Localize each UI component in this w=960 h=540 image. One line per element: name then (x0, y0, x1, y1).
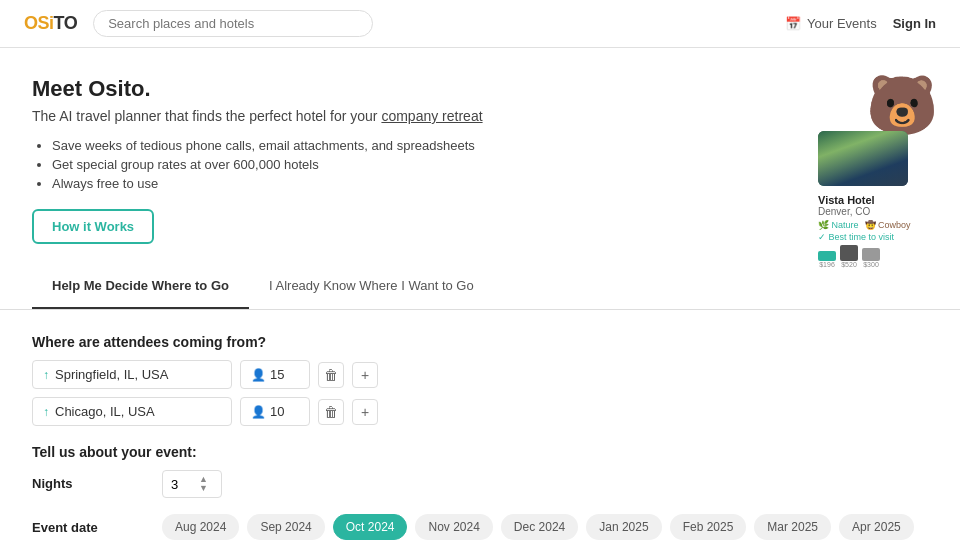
location-input-2[interactable]: ↑ (32, 397, 232, 426)
city-field-1[interactable] (55, 367, 221, 382)
hero-content: Meet Osito. The AI travel planner that f… (32, 76, 483, 244)
nights-input[interactable] (171, 477, 195, 492)
attendees-label: Where are attendees coming from? (32, 334, 928, 350)
delete-location-1[interactable]: 🗑 (318, 362, 344, 388)
row-actions-2: 🗑 + (318, 399, 378, 425)
price-bars: $196 $520 $300 (818, 245, 911, 268)
bear-mascot: 🐻 (866, 76, 938, 134)
main-content: Help Me Decide Where to Go I Already Kno… (0, 264, 960, 540)
nights-row: Nights ▲ ▼ (32, 470, 928, 498)
form-section: Where are attendees coming from? ↑ 👤 🗑 +… (0, 310, 960, 540)
person-icon-1: 👤 (251, 368, 266, 382)
date-chips-container: Aug 2024 Sep 2024 Oct 2024 Nov 2024 Dec … (162, 514, 928, 540)
date-nov-2024[interactable]: Nov 2024 (415, 514, 492, 540)
row-actions-1: 🗑 + (318, 362, 378, 388)
date-jan-2025[interactable]: Jan 2025 (586, 514, 661, 540)
bullet-3: Always free to use (52, 176, 483, 191)
search-input[interactable] (93, 10, 373, 37)
hero-subtitle: The AI travel planner that finds the per… (32, 108, 483, 124)
nights-down[interactable]: ▼ (199, 484, 208, 493)
date-dec-2024[interactable]: Dec 2024 (501, 514, 578, 540)
add-location-1[interactable]: + (352, 362, 378, 388)
date-mar-2025[interactable]: Mar 2025 (754, 514, 831, 540)
hero-title: Meet Osito. (32, 76, 483, 102)
tabs-bar: Help Me Decide Where to Go I Already Kno… (0, 264, 960, 310)
header: OSiTO 📅 Your Events Sign In (0, 0, 960, 48)
date-apr-2025[interactable]: Apr 2025 (839, 514, 914, 540)
delete-location-2[interactable]: 🗑 (318, 399, 344, 425)
location-row-2: ↑ 👤 🗑 + (32, 397, 928, 426)
search-bar[interactable] (93, 10, 373, 37)
date-sep-2024[interactable]: Sep 2024 (247, 514, 324, 540)
date-aug-2024[interactable]: Aug 2024 (162, 514, 239, 540)
hotel-image (818, 131, 908, 186)
hero-bullets: Save weeks of tedious phone calls, email… (32, 138, 483, 191)
date-scroll: Aug 2024 Sep 2024 Oct 2024 Nov 2024 Dec … (162, 514, 928, 540)
bullet-2: Get special group rates at over 600,000 … (52, 157, 483, 172)
how-it-works-button[interactable]: How it Works (32, 209, 154, 244)
event-date-label: Event date (32, 514, 162, 535)
attendees-count-2[interactable]: 👤 (240, 397, 310, 426)
attendees-group: Where are attendees coming from? ↑ 👤 🗑 +… (32, 334, 928, 426)
city-field-2[interactable] (55, 404, 221, 419)
hotel-details: Vista Hotel Denver, CO 🌿 Nature 🤠 Cowboy… (818, 194, 911, 268)
count-field-1[interactable] (270, 367, 299, 382)
nights-label: Nights (32, 470, 162, 491)
attendees-count-1[interactable]: 👤 (240, 360, 310, 389)
header-right: 📅 Your Events Sign In (785, 16, 936, 31)
arrow-icon-2: ↑ (43, 405, 49, 419)
your-events-link[interactable]: 📅 Your Events (785, 16, 877, 31)
logo: OSiTO (24, 13, 77, 34)
date-feb-2025[interactable]: Feb 2025 (670, 514, 747, 540)
location-row-1: ↑ 👤 🗑 + (32, 360, 928, 389)
event-label: Tell us about your event: (32, 444, 928, 460)
tab-help-decide[interactable]: Help Me Decide Where to Go (32, 264, 249, 309)
tag-cowboy: 🤠 Cowboy (865, 220, 911, 230)
tab-know-where[interactable]: I Already Know Where I Want to Go (249, 264, 494, 309)
add-location-2[interactable]: + (352, 399, 378, 425)
hero-section: Meet Osito. The AI travel planner that f… (0, 48, 960, 264)
count-field-2[interactable] (270, 404, 299, 419)
nights-content: ▲ ▼ (162, 470, 928, 498)
person-icon-2: 👤 (251, 405, 266, 419)
hotel-card: 🐻 Vista Hotel Denver, CO 🌿 Nature 🤠 Cowb… (818, 76, 928, 236)
date-oct-2024[interactable]: Oct 2024 (333, 514, 408, 540)
best-time: ✓ Best time to visit (818, 232, 911, 242)
tag-nature: 🌿 Nature (818, 220, 859, 230)
location-input-1[interactable]: ↑ (32, 360, 232, 389)
arrow-icon-1: ↑ (43, 368, 49, 382)
sign-in-button[interactable]: Sign In (893, 16, 936, 31)
bullet-1: Save weeks of tedious phone calls, email… (52, 138, 483, 153)
nights-stepper[interactable]: ▲ ▼ (199, 475, 208, 493)
event-date-row: Event date Aug 2024 Sep 2024 Oct 2024 No… (32, 514, 928, 540)
calendar-icon: 📅 (785, 16, 801, 31)
